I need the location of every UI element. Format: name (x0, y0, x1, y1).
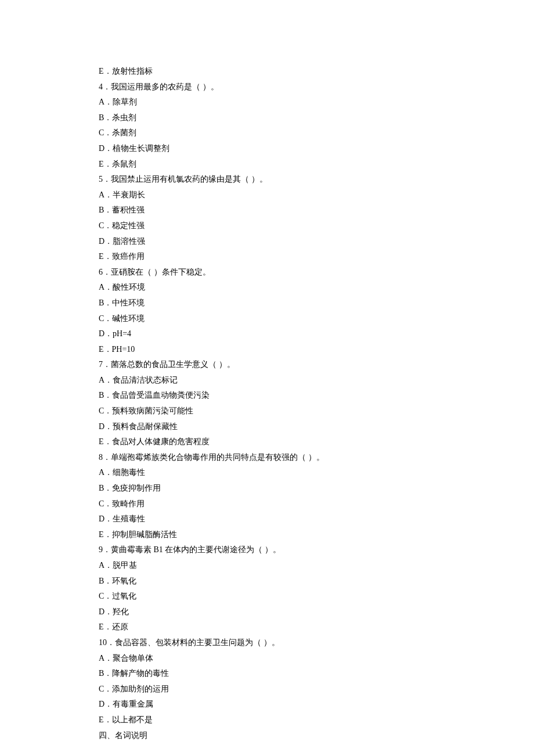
option-line: D．pH=4 (99, 326, 435, 342)
option-line: B．降解产物的毒性 (99, 666, 435, 682)
option-line: A．半衰期长 (99, 188, 435, 203)
option-line: E．杀鼠剂 (99, 157, 435, 172)
option-line: D．脂溶性强 (99, 234, 435, 250)
option-line: C．预料致病菌污染可能性 (99, 404, 435, 419)
option-line: B．食品曾受温血动物粪便污染 (99, 388, 435, 404)
question-line: 8．单端孢霉烯族类化合物毒作用的共同特点是有较强的（ ）。 (99, 450, 435, 466)
option-line: E．抑制胆碱脂酶活性 (99, 527, 435, 543)
document-page: E．放射性指标 4．我国运用最多的农药是（ ）。 A．除草剂 B．杀虫剂 C．杀… (0, 0, 534, 756)
option-line: C．致畸作用 (99, 496, 435, 512)
question-line: 4．我国运用最多的农药是（ ）。 (99, 80, 435, 95)
question-line: 7．菌落总数的食品卫生学意义（ ）。 (99, 357, 435, 373)
option-line: E．放射性指标 (99, 64, 435, 80)
option-line: B．杀虫剂 (99, 110, 435, 126)
question-line: 9．黄曲霉毒素 B1 在体内的主要代谢途径为（ ）。 (99, 542, 435, 558)
option-line: D．预料食品耐保藏性 (99, 419, 435, 435)
question-line: 10．食品容器、包装材料的主要卫生问题为（ ）。 (99, 635, 435, 651)
option-line: C．碱性环境 (99, 311, 435, 327)
section-heading-line: 四、名词说明 (99, 728, 435, 744)
option-line: E．还原 (99, 620, 435, 635)
option-line: A．聚合物单体 (99, 651, 435, 667)
option-line: B．免疫抑制作用 (99, 481, 435, 496)
option-line: E．致癌作用 (99, 249, 435, 265)
option-line: D．有毒重金属 (99, 697, 435, 712)
option-line: A．细胞毒性 (99, 465, 435, 481)
option-line: D．生殖毒性 (99, 512, 435, 527)
option-line: C．过氧化 (99, 589, 435, 604)
option-line: B．环氧化 (99, 574, 435, 589)
option-line: C．稳定性强 (99, 218, 435, 234)
option-line: A．酸性环境 (99, 280, 435, 296)
option-line: C．添加助剂的运用 (99, 682, 435, 697)
option-line: E．食品对人体健康的危害程度 (99, 434, 435, 450)
option-line: A．除草剂 (99, 95, 435, 110)
question-line: 5．我国禁止运用有机氯农药的缘由是其（ ）。 (99, 172, 435, 188)
option-line: B．蓄积性强 (99, 203, 435, 218)
option-line: E．PH=10 (99, 342, 435, 358)
option-line: D．羟化 (99, 604, 435, 620)
option-line: E．以上都不是 (99, 712, 435, 728)
option-line: C．杀菌剂 (99, 125, 435, 141)
option-line: A．脱甲基 (99, 558, 435, 574)
question-line: 6．亚硝胺在（ ）条件下稳定。 (99, 265, 435, 280)
option-line: D．植物生长调整剂 (99, 141, 435, 157)
option-line: B．中性环境 (99, 296, 435, 311)
option-line: A．食品清洁状态标记 (99, 373, 435, 388)
